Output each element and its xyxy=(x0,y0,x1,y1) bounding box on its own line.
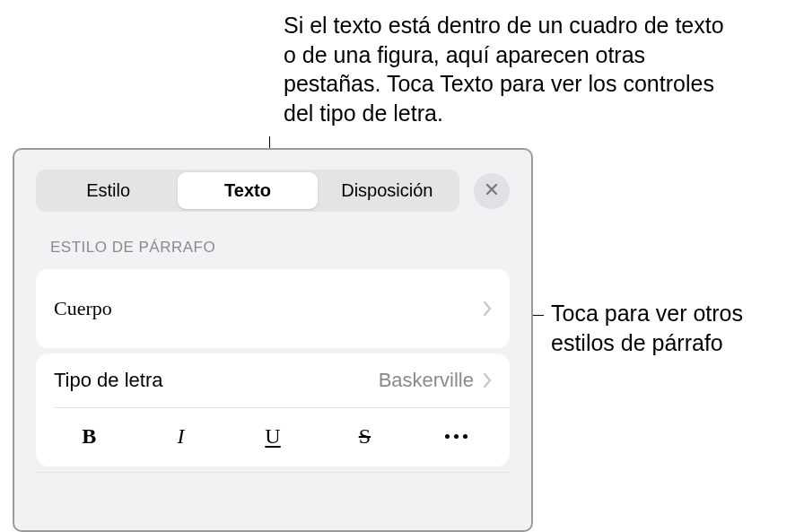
font-value: Baskerville xyxy=(379,369,474,392)
chevron-right-icon xyxy=(483,301,492,317)
bold-button[interactable]: B xyxy=(43,419,135,454)
panel-header: Estilo Texto Disposición xyxy=(14,150,531,226)
close-icon xyxy=(485,182,499,200)
strikethrough-button[interactable]: S xyxy=(319,419,410,454)
paragraph-style-value: Cuerpo xyxy=(54,297,112,320)
tab-style[interactable]: Estilo xyxy=(39,172,178,209)
chevron-right-icon xyxy=(483,372,492,388)
tab-text[interactable]: Texto xyxy=(178,172,317,209)
format-panel: Estilo Texto Disposición ESTILO DE PÁRRA… xyxy=(13,148,533,532)
section-title-paragraph-style: ESTILO DE PÁRRAFO xyxy=(14,226,531,264)
more-options-button[interactable] xyxy=(411,434,502,439)
annotation-tabs: Si el texto está dentro de un cuadro de … xyxy=(284,11,732,127)
paragraph-style-row[interactable]: Cuerpo xyxy=(36,269,510,348)
text-style-toolbar: B I U S xyxy=(36,408,510,467)
font-row[interactable]: Tipo de letra Baskerville xyxy=(36,353,510,407)
annotation-paragraph-style: Toca para ver otros estilos de párrafo xyxy=(551,299,793,357)
divider xyxy=(36,472,510,473)
more-icon xyxy=(443,434,470,439)
close-button[interactable] xyxy=(474,173,510,209)
paragraph-style-card: Cuerpo xyxy=(36,269,510,348)
italic-button[interactable]: I xyxy=(135,419,226,454)
underline-button[interactable]: U xyxy=(227,419,319,454)
tab-layout[interactable]: Disposición xyxy=(318,172,457,209)
font-card: Tipo de letra Baskerville B I U S xyxy=(36,353,510,467)
tab-segmented-control: Estilo Texto Disposición xyxy=(36,170,459,212)
font-label: Tipo de letra xyxy=(54,369,162,392)
